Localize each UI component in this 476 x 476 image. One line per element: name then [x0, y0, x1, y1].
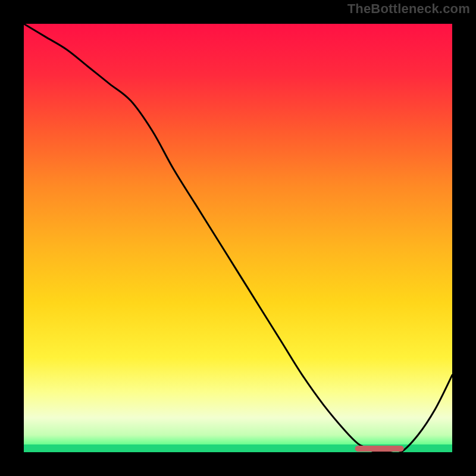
- watermark-text: TheBottleneck.com: [347, 1, 470, 17]
- plot-area: [24, 24, 452, 452]
- bottleneck-chart: [0, 0, 476, 476]
- chart-root: TheBottleneck.com: [0, 0, 476, 476]
